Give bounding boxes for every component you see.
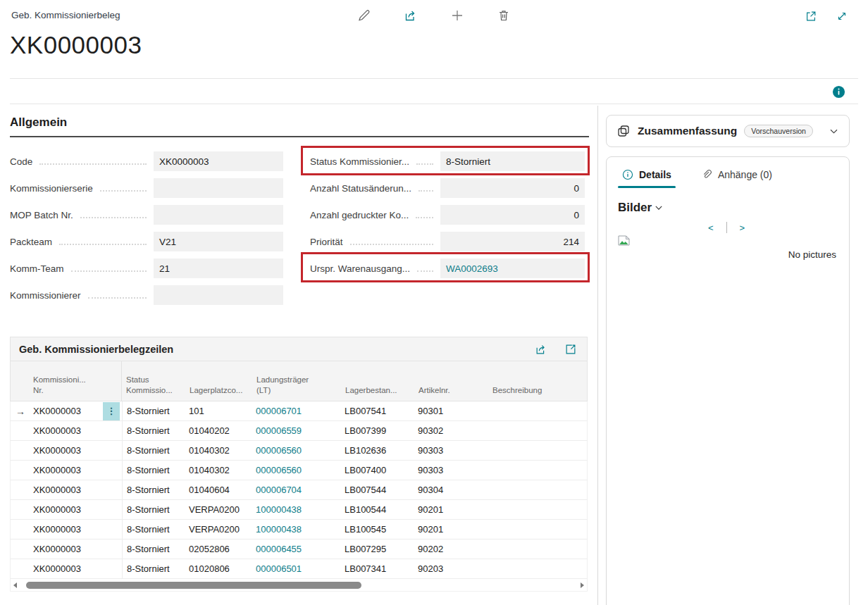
cell-status[interactable]: 8-Storniert <box>122 421 185 440</box>
cell-ladungstraeger-link[interactable]: 000006701 <box>252 406 341 416</box>
cell-status[interactable]: 8-Storniert <box>122 520 185 539</box>
open-in-new-window-button[interactable] <box>803 8 819 24</box>
scrollbar-thumb[interactable] <box>26 582 361 589</box>
column-header-beschreibung[interactable]: Beschreibung <box>488 361 587 401</box>
cell-ladungstraeger-link[interactable]: 000006704 <box>252 485 341 495</box>
cell-lagerbestand[interactable]: LB007341 <box>341 563 414 574</box>
cell-lagerplatzcode[interactable]: 01040302 <box>185 445 252 456</box>
cell-kommissionier-nr[interactable]: XK0000003 <box>33 544 101 554</box>
cell-kommissionier-nr[interactable]: XK0000003 <box>33 504 101 515</box>
row-context-menu-button[interactable]: ⋮ <box>103 402 120 420</box>
lines-focus-mode-button[interactable] <box>563 342 578 357</box>
table-row[interactable]: XK0000003 8-Storniert VERPA0200 10000043… <box>10 520 588 539</box>
field-status-value[interactable]: 8-Storniert <box>440 151 585 171</box>
section-title-allgemein[interactable]: Allgemein <box>10 116 589 137</box>
cell-status[interactable]: 8-Storniert <box>122 539 185 559</box>
factbox-pane-divider[interactable] <box>597 106 598 605</box>
delete-button[interactable] <box>495 7 512 24</box>
cell-artikelnr[interactable]: 90201 <box>414 524 488 535</box>
cell-status[interactable]: 8-Storniert <box>122 500 185 519</box>
table-row[interactable]: XK0000003 8-Storniert 01020806 000006501… <box>10 559 588 579</box>
scroll-right-arrow[interactable] <box>581 582 584 588</box>
cell-kommissionier-nr[interactable]: XK0000003 <box>33 524 101 535</box>
cell-ladungstraeger-link[interactable]: 000006560 <box>252 445 341 456</box>
table-row[interactable]: XK0000003 8-Storniert 01040302 000006560… <box>10 461 588 480</box>
cell-ladungstraeger-link[interactable]: 000006560 <box>252 465 341 475</box>
table-row[interactable]: XK0000003 8-Storniert 02052806 000006455… <box>10 539 588 559</box>
cell-ladungstraeger-link[interactable]: 100000438 <box>252 504 341 515</box>
field-komm-team-value[interactable]: 21 <box>154 258 283 278</box>
cell-artikelnr[interactable]: 90301 <box>414 406 488 416</box>
cell-lagerplatzcode[interactable]: 01040202 <box>185 425 252 436</box>
info-notification-button[interactable] <box>831 84 847 100</box>
field-kommissionierserie-value[interactable] <box>154 178 283 198</box>
cell-kommissionier-nr[interactable]: XK0000003 <box>33 563 101 574</box>
previous-picture-button[interactable]: < <box>708 223 714 233</box>
table-row[interactable]: → XK0000003 ⋮ 8-Storniert 101 000006701 … <box>10 401 588 421</box>
tab-anhaenge[interactable]: Anhänge (0) <box>697 168 776 188</box>
cell-kommissionier-nr[interactable]: XK0000003 <box>33 425 101 436</box>
cell-status[interactable]: 8-Storniert <box>122 480 185 499</box>
cell-lagerbestand[interactable]: LB007295 <box>341 544 414 554</box>
horizontal-scrollbar[interactable] <box>10 579 588 592</box>
cell-lagerbestand[interactable]: LB100545 <box>341 524 414 535</box>
column-header-kommissionier-nr[interactable]: Kommissioni...Nr. <box>11 361 122 401</box>
field-code-value[interactable]: XK0000003 <box>154 151 283 171</box>
cell-artikelnr[interactable]: 90202 <box>414 544 488 554</box>
field-anzahl-statusaenderungen-value[interactable]: 0 <box>440 178 585 198</box>
cell-artikelnr[interactable]: 90303 <box>414 465 488 475</box>
scrollbar-track[interactable] <box>20 582 577 589</box>
field-prioritaet-value[interactable]: 214 <box>440 232 585 251</box>
table-row[interactable]: XK0000003 8-Storniert 01040302 000006560… <box>10 441 588 461</box>
column-header-artikelnr[interactable]: Artikelnr. <box>414 361 488 401</box>
column-header-lagerbestand[interactable]: Lagerbestan... <box>341 361 414 401</box>
cell-lagerplatzcode[interactable]: VERPA0200 <box>185 524 252 535</box>
cell-status[interactable]: 8-Storniert <box>122 559 185 578</box>
cell-artikelnr[interactable]: 90303 <box>414 445 488 456</box>
chevron-down-icon[interactable] <box>829 126 839 137</box>
column-header-lagerplatzcode[interactable]: Lagerplatzco... <box>185 361 252 401</box>
field-anzahl-gedruckter-kopien-value[interactable]: 0 <box>440 205 585 225</box>
cell-kommissionier-nr[interactable]: XK0000003 <box>33 465 101 475</box>
cell-kommissionier-nr[interactable]: XK0000003 <box>33 406 101 416</box>
cell-artikelnr[interactable]: 90201 <box>414 504 488 515</box>
edit-button[interactable] <box>356 7 373 24</box>
cell-ladungstraeger-link[interactable]: 000006501 <box>252 563 341 574</box>
next-picture-button[interactable]: > <box>740 223 745 233</box>
cell-lagerbestand[interactable]: LB007399 <box>341 425 414 436</box>
share-button[interactable] <box>402 7 419 24</box>
field-kommissionierer-value[interactable] <box>154 285 283 305</box>
cell-artikelnr[interactable]: 90203 <box>414 563 488 574</box>
cell-lagerplatzcode[interactable]: 02052806 <box>185 544 252 554</box>
cell-status[interactable]: 8-Storniert <box>122 401 185 420</box>
table-row[interactable]: XK0000003 8-Storniert VERPA0200 10000043… <box>10 500 588 520</box>
cell-status[interactable]: 8-Storniert <box>122 441 185 460</box>
cell-ladungstraeger-link[interactable]: 000006559 <box>252 425 341 436</box>
cell-lagerbestand[interactable]: LB007541 <box>341 406 414 416</box>
cell-artikelnr[interactable]: 90304 <box>414 485 488 495</box>
new-button[interactable] <box>449 7 466 24</box>
cell-status[interactable]: 8-Storniert <box>122 461 185 480</box>
field-mop-batch-nr-value[interactable] <box>154 205 283 225</box>
lines-share-button[interactable] <box>533 342 549 357</box>
tab-details[interactable]: Details <box>618 168 676 188</box>
cell-lagerplatzcode[interactable]: 101 <box>185 406 252 416</box>
cell-lagerbestand[interactable]: LB102636 <box>341 445 414 456</box>
expand-page-button[interactable] <box>834 8 850 24</box>
cell-lagerbestand[interactable]: LB100544 <box>341 504 414 515</box>
scroll-left-arrow[interactable] <box>13 582 17 588</box>
pictures-group-header[interactable]: Bilder <box>618 201 838 215</box>
cell-lagerbestand[interactable]: LB007400 <box>341 465 414 475</box>
cell-artikelnr[interactable]: 90302 <box>414 425 488 436</box>
table-row[interactable]: XK0000003 8-Storniert 01040202 000006559… <box>10 421 588 441</box>
column-header-ladungstraeger[interactable]: Ladungsträger(LT) <box>252 361 341 401</box>
copilot-summary-card[interactable]: Zusammenfassung Vorschauversion <box>606 115 850 147</box>
cell-ladungstraeger-link[interactable]: 000006455 <box>252 544 341 554</box>
field-urspr-warenausgang-link[interactable]: WA0002693 <box>440 258 585 278</box>
cell-lagerplatzcode[interactable]: 01040604 <box>185 485 252 495</box>
cell-lagerplatzcode[interactable]: VERPA0200 <box>185 504 252 515</box>
cell-lagerplatzcode[interactable]: 01020806 <box>185 563 252 574</box>
cell-lagerplatzcode[interactable]: 01040302 <box>185 465 252 475</box>
field-packteam-value[interactable]: V21 <box>154 232 283 251</box>
table-row[interactable]: XK0000003 8-Storniert 01040604 000006704… <box>10 480 588 500</box>
